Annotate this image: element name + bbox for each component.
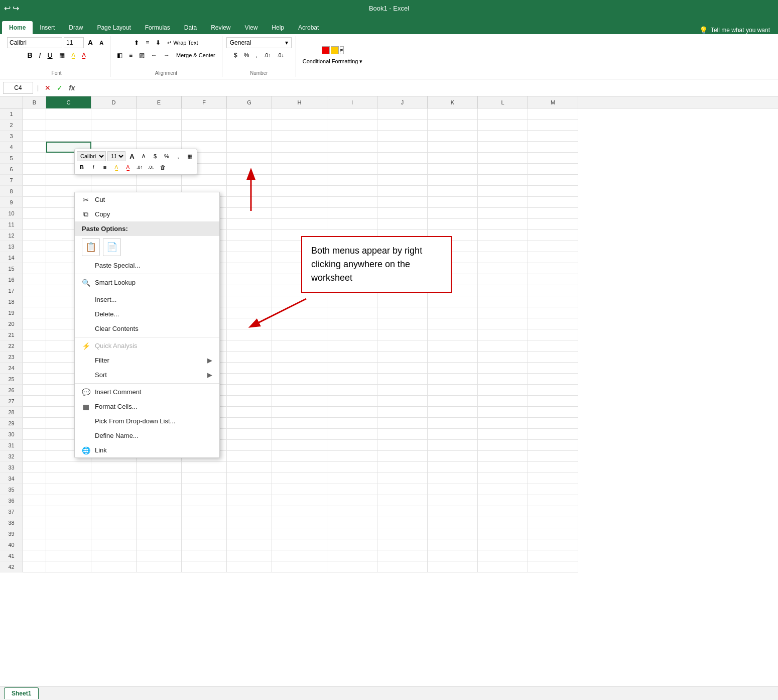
cell-k1[interactable] xyxy=(428,108,478,120)
cell-e40[interactable] xyxy=(137,539,182,550)
cell-i4[interactable] xyxy=(327,142,377,153)
cell-e1[interactable] xyxy=(137,108,182,120)
cell-l10[interactable] xyxy=(478,208,528,219)
cell-d39[interactable] xyxy=(91,528,137,539)
ctx-link[interactable]: 🌐 Link xyxy=(75,443,219,457)
merge-center-btn[interactable]: Merge & Center xyxy=(174,50,218,61)
cell-j39[interactable] xyxy=(377,528,428,539)
cell-m40[interactable] xyxy=(528,539,578,550)
cell-k34[interactable] xyxy=(428,473,478,484)
cell-j37[interactable] xyxy=(377,506,428,517)
cell-d42[interactable] xyxy=(91,561,137,572)
cell-g3[interactable] xyxy=(227,131,272,142)
cell-k4[interactable] xyxy=(428,142,478,153)
cell-b26[interactable] xyxy=(23,385,46,396)
tab-formulas[interactable]: Formulas xyxy=(138,21,177,34)
col-header-h[interactable]: H xyxy=(272,96,327,108)
cell-m29[interactable] xyxy=(528,418,578,429)
mini-tb-percent[interactable]: % xyxy=(162,151,172,161)
cell-f38[interactable] xyxy=(182,517,227,528)
cell-l42[interactable] xyxy=(478,561,528,572)
cell-l24[interactable] xyxy=(478,363,528,374)
cell-m42[interactable] xyxy=(528,561,578,572)
cell-m41[interactable] xyxy=(528,550,578,561)
cell-j21[interactable] xyxy=(377,329,428,340)
cell-g29[interactable] xyxy=(227,418,272,429)
cell-c39[interactable] xyxy=(46,528,91,539)
cell-m3[interactable] xyxy=(528,131,578,142)
cell-m16[interactable] xyxy=(528,274,578,285)
ctx-copy[interactable]: ⧉ Copy xyxy=(75,207,219,221)
cell-k2[interactable] xyxy=(428,120,478,131)
align-center-btn[interactable]: ≡ xyxy=(126,50,135,61)
cell-j22[interactable] xyxy=(377,340,428,352)
decrease-font-btn[interactable]: A xyxy=(97,37,106,48)
name-box-input[interactable] xyxy=(3,82,33,94)
cancel-formula-icon[interactable]: ✕ xyxy=(43,83,53,93)
cell-j25[interactable] xyxy=(377,374,428,385)
cell-h26[interactable] xyxy=(272,385,327,396)
tab-acrobat[interactable]: Acrobat xyxy=(291,21,326,34)
cell-i41[interactable] xyxy=(327,550,377,561)
align-left-btn[interactable]: ◧ xyxy=(114,50,125,61)
cell-f40[interactable] xyxy=(182,539,227,550)
cell-b23[interactable] xyxy=(23,352,46,363)
cell-m21[interactable] xyxy=(528,329,578,340)
tab-help[interactable]: Help xyxy=(265,21,291,34)
cell-d7[interactable] xyxy=(91,175,137,186)
cell-i25[interactable] xyxy=(327,374,377,385)
cell-m27[interactable] xyxy=(528,396,578,407)
cell-b42[interactable] xyxy=(23,561,46,572)
cell-g33[interactable] xyxy=(227,462,272,473)
cell-b36[interactable] xyxy=(23,495,46,506)
cell-h31[interactable] xyxy=(272,440,327,451)
cell-h5[interactable] xyxy=(272,153,327,164)
cell-g1[interactable] xyxy=(227,108,272,120)
cell-b21[interactable] xyxy=(23,329,46,340)
cell-f34[interactable] xyxy=(182,473,227,484)
cell-h6[interactable] xyxy=(272,164,327,175)
cell-i18[interactable] xyxy=(327,296,377,307)
cell-k29[interactable] xyxy=(428,418,478,429)
ctx-smart-lookup[interactable]: 🔍 Smart Lookup xyxy=(75,275,219,290)
ctx-paste-special[interactable]: Paste Special... xyxy=(75,258,219,273)
cell-l9[interactable] xyxy=(478,197,528,208)
cell-i39[interactable] xyxy=(327,528,377,539)
cell-g28[interactable] xyxy=(227,407,272,418)
tab-draw[interactable]: Draw xyxy=(62,21,90,34)
cell-d36[interactable] xyxy=(91,495,137,506)
cell-e39[interactable] xyxy=(137,528,182,539)
cell-g30[interactable] xyxy=(227,429,272,440)
indent-decrease-btn[interactable]: ← xyxy=(149,50,160,61)
cell-m23[interactable] xyxy=(528,352,578,363)
cell-i40[interactable] xyxy=(327,539,377,550)
cell-i26[interactable] xyxy=(327,385,377,396)
cell-l19[interactable] xyxy=(478,307,528,318)
cell-l29[interactable] xyxy=(478,418,528,429)
cell-g7[interactable] xyxy=(227,175,272,186)
cell-h41[interactable] xyxy=(272,550,327,561)
cell-l26[interactable] xyxy=(478,385,528,396)
align-right-btn[interactable]: ▨ xyxy=(137,50,147,61)
cell-h38[interactable] xyxy=(272,517,327,528)
mini-tb-currency[interactable]: $ xyxy=(150,151,160,161)
cell-h36[interactable] xyxy=(272,495,327,506)
ctx-define-name[interactable]: Define Name... xyxy=(75,428,219,443)
cell-m12[interactable] xyxy=(528,230,578,241)
cell-c3[interactable] xyxy=(46,131,91,142)
mini-tb-dec-decimal[interactable]: .0↓ xyxy=(146,162,156,172)
percent-btn[interactable]: % xyxy=(241,50,252,61)
cell-g25[interactable] xyxy=(227,374,272,385)
cell-i3[interactable] xyxy=(327,131,377,142)
cell-e3[interactable] xyxy=(137,131,182,142)
cell-j24[interactable] xyxy=(377,363,428,374)
cell-j29[interactable] xyxy=(377,418,428,429)
cell-h23[interactable] xyxy=(272,352,327,363)
cell-g24[interactable] xyxy=(227,363,272,374)
cell-h8[interactable] xyxy=(272,186,327,197)
cell-i32[interactable] xyxy=(327,451,377,462)
cell-m38[interactable] xyxy=(528,517,578,528)
cell-b1[interactable] xyxy=(23,108,46,120)
cell-m13[interactable] xyxy=(528,241,578,252)
cell-m6[interactable] xyxy=(528,164,578,175)
